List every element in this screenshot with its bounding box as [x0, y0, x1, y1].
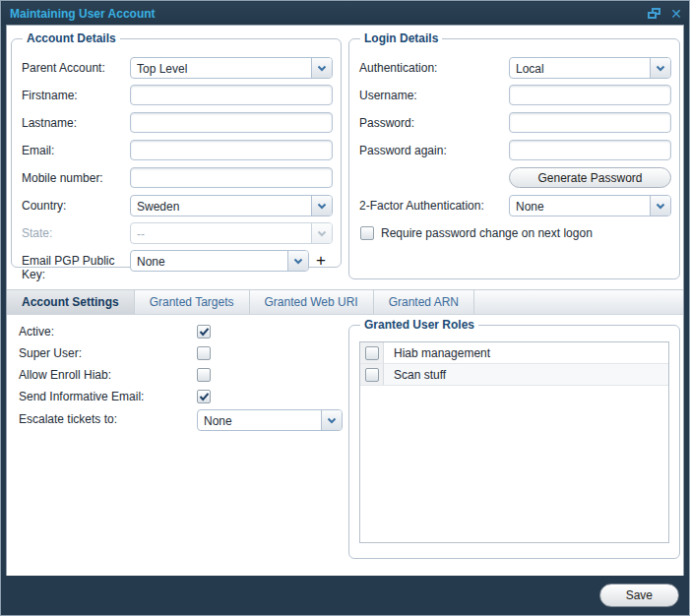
pgp-key-value: None	[131, 251, 287, 271]
login-details-fieldset: Login Details Authentication: Local User…	[348, 31, 680, 279]
country-label: Country:	[22, 195, 130, 213]
account-settings-pane: Active: Super User: Allow Enroll Hiab: S…	[19, 321, 344, 431]
tab-granted-arn[interactable]: Granted ARN	[374, 290, 474, 314]
two-factor-label: 2-Factor Authentication:	[359, 195, 509, 213]
parent-account-label: Parent Account:	[22, 57, 130, 75]
country-select[interactable]: Sweden	[130, 195, 333, 216]
tab-granted-arn-label: Granted ARN	[389, 295, 459, 309]
generate-password-spacer	[359, 167, 509, 171]
account-details-legend: Account Details	[23, 31, 120, 45]
add-pgp-key-icon[interactable]: +	[309, 250, 326, 271]
require-password-change-row[interactable]: Require password change on next logon	[360, 226, 671, 240]
chevron-down-icon[interactable]	[650, 196, 670, 216]
allow-enroll-hiab-checkbox[interactable]	[197, 368, 211, 382]
super-user-checkbox[interactable]	[197, 346, 211, 360]
firstname-row: Firstname:	[22, 85, 333, 106]
state-value: --	[131, 223, 311, 243]
send-informative-email-checkbox[interactable]	[197, 390, 211, 403]
role-row-hiab-management[interactable]: Hiab management	[360, 342, 668, 364]
tab-account-settings[interactable]: Account Settings	[7, 290, 135, 314]
tab-granted-web-uri-label: Granted Web URI	[265, 295, 358, 309]
account-details-fieldset: Account Details Parent Account: Top Leve…	[11, 31, 342, 268]
active-row: Active:	[19, 321, 344, 342]
authentication-value: Local	[510, 58, 650, 78]
chevron-down-icon[interactable]	[311, 58, 332, 78]
username-row: Username:	[359, 85, 671, 106]
role-row-scan-stuff[interactable]: Scan stuff	[360, 364, 668, 386]
title-bar[interactable]: Maintaining User Account ✕	[2, 2, 688, 25]
granted-user-roles-list: Hiab management Scan stuff	[359, 341, 669, 543]
two-factor-value: None	[510, 196, 650, 216]
tab-account-settings-label: Account Settings	[22, 295, 119, 309]
escalate-tickets-value: None	[198, 410, 321, 430]
granted-user-roles-fieldset: Granted User Roles Hiab management	[348, 318, 680, 559]
two-factor-row: 2-Factor Authentication: None	[359, 195, 671, 216]
allow-enroll-hiab-row: Allow Enroll Hiab:	[19, 364, 344, 386]
allow-enroll-hiab-label: Allow Enroll Hiab:	[19, 368, 197, 382]
mobile-number-input[interactable]	[130, 167, 333, 188]
parent-account-select[interactable]: Top Level	[130, 57, 333, 79]
pgp-key-select[interactable]: None	[130, 250, 309, 272]
email-input[interactable]	[130, 140, 333, 160]
chevron-down-icon[interactable]	[287, 251, 308, 271]
generate-password-row: Generate Password	[359, 167, 671, 189]
chevron-down-icon[interactable]	[321, 410, 342, 430]
role-checkbox-cell	[360, 342, 384, 363]
username-input[interactable]	[509, 85, 671, 105]
escalate-tickets-select[interactable]: None	[197, 409, 343, 431]
email-row: Email:	[22, 140, 333, 161]
authentication-label: Authentication:	[359, 57, 509, 75]
scan-stuff-checkbox[interactable]	[365, 368, 379, 382]
mobile-number-label: Mobile number:	[22, 167, 130, 185]
country-row: Country: Sweden	[22, 195, 333, 216]
escalate-tickets-row: Escalate tickets to: None	[19, 407, 344, 431]
password-again-row: Password again:	[359, 140, 671, 161]
mobile-number-row: Mobile number:	[22, 167, 333, 189]
password-again-label: Password again:	[359, 140, 509, 157]
active-checkbox[interactable]	[197, 325, 211, 339]
dialog-content: Account Details Parent Account: Top Leve…	[6, 25, 684, 577]
scan-stuff-label: Scan stuff	[384, 364, 446, 385]
super-user-row: Super User:	[19, 342, 344, 364]
hiab-management-label: Hiab management	[384, 342, 490, 363]
password-again-input[interactable]	[509, 140, 671, 160]
lastname-row: Lastname:	[22, 112, 333, 134]
generate-password-button[interactable]: Generate Password	[509, 167, 671, 188]
send-informative-email-label: Send Informative Email:	[19, 390, 197, 403]
two-factor-select[interactable]: None	[509, 195, 671, 216]
email-label: Email:	[22, 140, 130, 157]
chevron-down-icon[interactable]	[311, 196, 332, 216]
hiab-management-checkbox[interactable]	[365, 346, 379, 360]
escalate-tickets-label: Escalate tickets to:	[19, 412, 197, 426]
tab-granted-web-uri[interactable]: Granted Web URI	[250, 290, 374, 314]
super-user-label: Super User:	[19, 346, 197, 360]
footer-bar: Save	[2, 576, 688, 614]
tab-granted-targets-label: Granted Targets	[150, 295, 234, 309]
pgp-key-label: Email PGP Public Key:	[22, 250, 130, 281]
lastname-label: Lastname:	[22, 112, 130, 130]
chevron-down-icon[interactable]	[650, 58, 670, 78]
password-row: Password:	[359, 112, 671, 134]
require-password-change-checkbox[interactable]	[360, 226, 374, 240]
save-button[interactable]: Save	[599, 584, 679, 607]
lastname-input[interactable]	[130, 112, 333, 133]
authentication-select[interactable]: Local	[509, 57, 671, 79]
state-row: State: --	[22, 222, 333, 244]
firstname-label: Firstname:	[22, 85, 130, 102]
close-icon[interactable]: ✕	[670, 7, 682, 21]
username-label: Username:	[359, 85, 509, 102]
password-input[interactable]	[509, 112, 671, 133]
parent-account-value: Top Level	[131, 58, 311, 78]
send-informative-email-row: Send Informative Email:	[19, 386, 344, 407]
password-label: Password:	[359, 112, 509, 130]
tab-granted-targets[interactable]: Granted Targets	[135, 290, 250, 314]
restore-icon-front-square	[648, 12, 657, 19]
state-label: State:	[22, 222, 130, 240]
window-title: Maintaining User Account	[10, 7, 648, 21]
firstname-input[interactable]	[130, 85, 333, 105]
restore-icon[interactable]	[648, 8, 660, 19]
dialog-window: Maintaining User Account ✕ Account Detai…	[0, 0, 690, 616]
parent-account-row: Parent Account: Top Level	[22, 57, 333, 79]
require-password-change-label: Require password change on next logon	[381, 226, 593, 240]
chevron-down-icon	[311, 223, 332, 243]
